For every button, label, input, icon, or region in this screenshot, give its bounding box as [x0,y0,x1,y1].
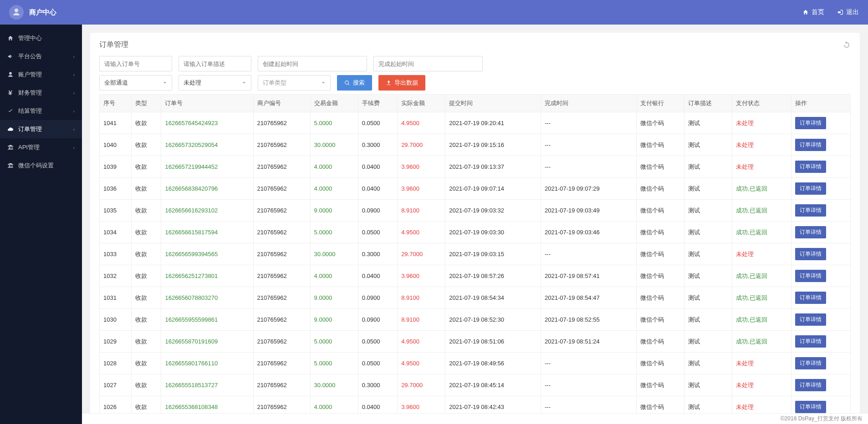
chevron-left-icon: ‹ [73,127,75,132]
cell-status: 成功,已返回 [732,222,791,243]
cell-seq: 1032 [100,265,132,287]
cell-action: 订单详情 [791,396,851,414]
cell-bank: 微信个码 [636,309,684,331]
cell-order: 1626656838420796 [161,178,253,200]
cell-actual: 4.9500 [398,222,445,243]
cell-order: 1626655801766110 [161,353,253,374]
cell-submit: 2021-07-19 09:07:14 [445,178,541,200]
cell-order: 1626655368108348 [161,396,253,414]
avatar[interactable] [9,5,24,20]
cell-amount: 9.0000 [310,200,358,222]
sidebar-item-left: 微信个码设置 [7,162,54,170]
cell-action: 订单详情 [791,156,851,178]
home-label: 首页 [812,8,824,16]
cell-action: 订单详情 [791,353,851,374]
sidebar-item[interactable]: 微信个码设置 [0,156,82,175]
cell-bank: 微信个码 [636,265,684,287]
create-time-input[interactable] [258,56,367,71]
table-row: 1030收款16266559555998612107659629.00000.0… [100,309,851,331]
order-detail-button[interactable]: 订单详情 [795,226,826,238]
order-detail-button[interactable]: 订单详情 [795,204,826,217]
cell-status: 成功,已返回 [732,331,791,353]
channel-select[interactable]: 全部通道 [99,75,172,91]
cell-status: 未处理 [732,112,791,134]
cell-amount: 5.0000 [310,353,358,374]
cell-amount: 5.0000 [310,331,358,353]
cell-finish: 2021-07-19 09:03:46 [541,222,637,243]
cell-actual: 3.9600 [398,156,445,178]
order-detail-button[interactable]: 订单详情 [795,182,826,195]
cell-desc: 测试 [684,331,732,353]
cell-fee: 0.0500 [358,353,397,374]
cell-fee: 0.0500 [358,331,397,353]
table-row: 1034收款16266566158175942107659625.00000.0… [100,222,851,243]
search-button[interactable]: 搜索 [337,75,372,91]
cell-status: 未处理 [732,396,791,414]
sidebar-item[interactable]: 账户管理‹ [0,66,82,84]
order-detail-button[interactable]: 订单详情 [795,270,826,282]
order-detail-button[interactable]: 订单详情 [795,292,826,304]
cell-fee: 0.3000 [358,374,397,396]
cell-seq: 1030 [100,309,132,331]
status-select[interactable]: 未处理 [179,75,251,91]
order-desc-input[interactable] [179,56,251,71]
table-header-cell: 完成时间 [541,95,637,112]
order-detail-button[interactable]: 订单详情 [795,313,826,326]
cell-status: 成功,已返回 [732,178,791,200]
cell-fee: 0.0400 [358,265,397,287]
cell-action: 订单详情 [791,287,851,309]
sidebar-item[interactable]: 订单管理‹ [0,120,82,138]
refresh-button[interactable] [842,41,851,49]
cell-amount: 9.0000 [310,309,358,331]
cell-amount: 30.0000 [310,134,358,156]
table-body: 1041收款16266576454249232107659625.00000.0… [100,112,851,414]
cell-seq: 1040 [100,134,132,156]
sidebar-item[interactable]: 财务管理‹ [0,84,82,102]
order-detail-button[interactable]: 订单详情 [795,379,826,391]
cell-bank: 微信个码 [636,222,684,243]
cell-submit: 2021-07-19 09:20:41 [445,112,541,134]
page-title: 订单管理 [99,40,128,50]
cell-finish: 2021-07-19 08:52:55 [541,309,637,331]
cell-amount: 4.0000 [310,265,358,287]
export-button[interactable]: 导出数据 [378,75,425,91]
cell-type: 收款 [131,112,161,134]
sidebar-item[interactable]: 平台公告‹ [0,47,82,66]
cell-seq: 1026 [100,396,132,414]
cell-bank: 微信个码 [636,156,684,178]
sidebar-item[interactable]: 管理中心 [0,29,82,47]
cell-submit: 2021-07-19 08:54:34 [445,287,541,309]
sidebar-item[interactable]: 结算管理‹ [0,102,82,120]
cell-actual: 8.9100 [398,309,445,331]
home-icon [802,9,809,15]
cell-desc: 测试 [684,265,732,287]
order-detail-button[interactable]: 订单详情 [795,161,826,173]
bank-icon [7,144,14,151]
cell-submit: 2021-07-19 09:03:30 [445,222,541,243]
cell-actual: 29.7000 [398,134,445,156]
order-detail-button[interactable]: 订单详情 [795,357,826,369]
sidebar-item[interactable]: API管理‹ [0,138,82,156]
chevron-down-icon [242,81,246,85]
cell-merchant: 210765962 [253,287,310,309]
cell-action: 订单详情 [791,331,851,353]
cell-seq: 1039 [100,156,132,178]
home-link[interactable]: 首页 [802,8,824,16]
order-detail-button[interactable]: 订单详情 [795,335,826,348]
order-detail-button[interactable]: 订单详情 [795,139,826,151]
cell-order: 1626655518513727 [161,374,253,396]
cell-submit: 2021-07-19 08:57:26 [445,265,541,287]
order-detail-button[interactable]: 订单详情 [795,248,826,260]
type-select[interactable]: 订单类型 [258,75,331,91]
export-icon [386,80,392,86]
finish-time-input[interactable] [373,56,483,71]
cell-desc: 测试 [684,374,732,396]
logout-link[interactable]: 退出 [837,8,859,16]
cell-merchant: 210765962 [253,309,310,331]
cell-merchant: 210765962 [253,243,310,265]
cell-status: 未处理 [732,374,791,396]
order-no-input[interactable] [99,56,172,71]
order-detail-button[interactable]: 订单详情 [795,401,826,413]
cell-type: 收款 [131,396,161,414]
order-detail-button[interactable]: 订单详情 [795,117,826,129]
